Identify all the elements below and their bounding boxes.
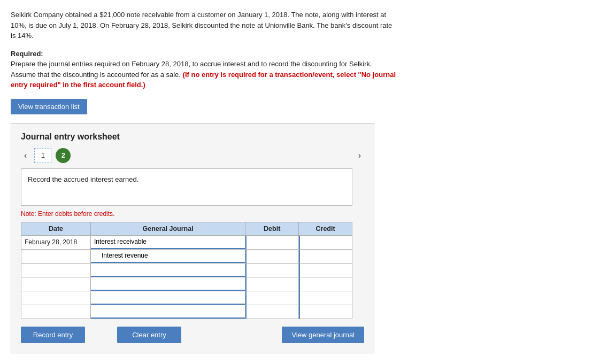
- header-date: Date: [21, 222, 91, 235]
- intro-paragraph: Selkirk Company obtained a $21,000 note …: [11, 10, 396, 41]
- table-row: February 28, 2018: [21, 235, 352, 249]
- date-cell-1: [21, 249, 91, 263]
- view-transaction-button[interactable]: View transaction list: [11, 99, 87, 114]
- date-cell-4: [21, 291, 91, 305]
- header-debit: Debit: [245, 222, 299, 235]
- worksheet-title: Journal entry worksheet: [21, 132, 364, 142]
- next-page-button[interactable]: ›: [355, 150, 364, 161]
- table-row: [21, 291, 352, 305]
- debit-cell-4[interactable]: [245, 291, 299, 305]
- gj-input-0[interactable]: [91, 236, 245, 249]
- required-section: Required: Prepare the journal entries re…: [11, 49, 396, 90]
- debit-cell-0[interactable]: [245, 235, 299, 249]
- credit-cell-3[interactable]: [299, 277, 352, 291]
- debit-cell-1[interactable]: [245, 249, 299, 263]
- date-cell-2: [21, 263, 91, 277]
- clear-entry-button[interactable]: Clear entry: [117, 327, 181, 343]
- gj-input-4[interactable]: [91, 291, 245, 305]
- debit-input-3[interactable]: [245, 277, 298, 291]
- view-general-journal-button[interactable]: View general journal: [282, 327, 364, 343]
- page-1-label: 1: [41, 151, 45, 159]
- record-entry-button[interactable]: Record entry: [21, 327, 85, 343]
- table-row: [21, 263, 352, 277]
- journal-table: Date General Journal Debit Credit Februa…: [21, 222, 352, 319]
- debit-input-0[interactable]: [245, 236, 298, 249]
- date-cell-0: February 28, 2018: [21, 235, 91, 249]
- page-2-circle[interactable]: 2: [56, 148, 71, 163]
- table-row: [21, 305, 352, 319]
- gj-cell-3[interactable]: [90, 277, 245, 291]
- action-buttons-row: Record entry Clear entry View general jo…: [21, 327, 364, 343]
- gj-cell-4[interactable]: [90, 291, 245, 305]
- credit-input-1[interactable]: [299, 250, 352, 263]
- credit-input-0[interactable]: [299, 236, 352, 249]
- credit-cell-5[interactable]: [299, 305, 352, 319]
- debit-input-1[interactable]: [245, 250, 298, 263]
- header-credit: Credit: [299, 222, 352, 235]
- date-cell-5: [21, 305, 91, 319]
- gj-cell-5[interactable]: [90, 305, 245, 319]
- credit-input-5[interactable]: [299, 305, 352, 319]
- credit-input-3[interactable]: [299, 277, 352, 291]
- table-row: [21, 277, 352, 291]
- gj-input-2[interactable]: [91, 264, 245, 277]
- credit-cell-4[interactable]: [299, 291, 352, 305]
- prev-page-button[interactable]: ‹: [21, 150, 30, 161]
- page-1-box[interactable]: 1: [34, 148, 51, 163]
- table-header-row: Date General Journal Debit Credit: [21, 222, 352, 235]
- required-heading: Required:: [11, 50, 43, 58]
- gj-cell-1[interactable]: [90, 249, 245, 263]
- credit-input-4[interactable]: [299, 291, 352, 305]
- credit-input-2[interactable]: [299, 264, 352, 277]
- debit-input-2[interactable]: [245, 264, 298, 277]
- table-row: [21, 249, 352, 263]
- credit-cell-0[interactable]: [299, 235, 352, 249]
- debit-cell-3[interactable]: [245, 277, 299, 291]
- credit-cell-1[interactable]: [299, 249, 352, 263]
- credit-cell-2[interactable]: [299, 263, 352, 277]
- debit-input-4[interactable]: [245, 291, 298, 305]
- description-text: Record the accrued interest earned.: [28, 175, 138, 183]
- intro-text: Selkirk Company obtained a $21,000 note …: [11, 11, 392, 40]
- gj-cell-2[interactable]: [90, 263, 245, 277]
- gj-cell-0[interactable]: [90, 235, 245, 249]
- entry-description: Record the accrued interest earned.: [21, 168, 352, 206]
- debit-cell-5[interactable]: [245, 305, 299, 319]
- date-cell-3: [21, 277, 91, 291]
- header-general-journal: General Journal: [90, 222, 245, 235]
- debit-credit-note: Note: Enter debits before credits.: [21, 210, 364, 218]
- gj-input-5[interactable]: [91, 305, 245, 319]
- page-2-label: 2: [61, 151, 65, 159]
- gj-input-1[interactable]: [91, 250, 245, 263]
- debit-input-5[interactable]: [245, 305, 298, 319]
- journal-worksheet: Journal entry worksheet ‹ 1 2 › Record t…: [11, 123, 374, 353]
- debit-cell-2[interactable]: [245, 263, 299, 277]
- gj-input-3[interactable]: [91, 277, 245, 291]
- worksheet-nav: ‹ 1 2 ›: [21, 148, 364, 163]
